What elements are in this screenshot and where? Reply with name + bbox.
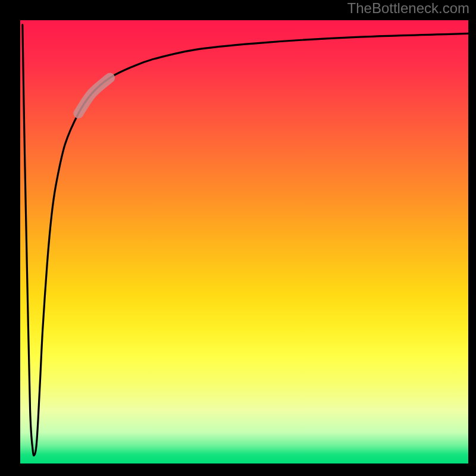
plot-area — [20, 20, 468, 464]
curve-layer — [20, 20, 468, 464]
border-top — [0, 0, 476, 20]
border-right — [468, 0, 476, 476]
border-left — [0, 0, 20, 476]
curve-highlight — [79, 78, 110, 114]
border-bottom — [0, 464, 476, 476]
chart-frame: TheBottleneck.com — [0, 0, 476, 476]
